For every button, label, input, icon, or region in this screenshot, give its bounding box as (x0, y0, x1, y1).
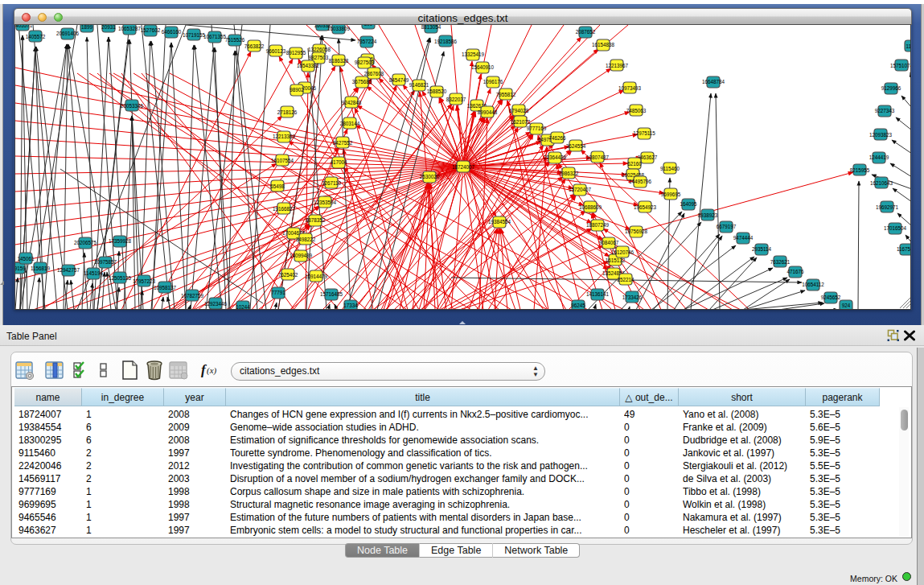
svg-text:252214: 252214 (617, 277, 634, 282)
svg-text:15716485: 15716485 (320, 291, 343, 297)
svg-text:12505135: 12505135 (109, 275, 132, 281)
svg-text:3498222: 3498222 (296, 237, 316, 242)
svg-text:(x): (x) (207, 365, 217, 376)
svg-text:3624554: 3624554 (566, 143, 586, 149)
svg-text:10975857: 10975857 (94, 259, 117, 265)
svg-text:9827503: 9827503 (309, 55, 329, 60)
svg-text:20691406: 20691406 (56, 31, 80, 36)
svg-text:6794028: 6794028 (509, 108, 529, 113)
svg-text:7955812: 7955812 (496, 92, 516, 97)
svg-text:924: 924 (842, 303, 851, 308)
svg-text:9474444: 9474444 (733, 235, 754, 241)
svg-text:12923446: 12923446 (204, 301, 228, 307)
svg-text:12213967: 12213967 (606, 63, 629, 68)
svg-text:12975115: 12975115 (633, 130, 655, 136)
svg-text:8454749: 8454749 (389, 77, 409, 83)
svg-text:39159: 39159 (15, 266, 26, 271)
svg-text:8938923: 8938923 (698, 212, 718, 218)
svg-text:10654112: 10654112 (802, 282, 824, 287)
svg-text:8813054: 8813054 (421, 25, 441, 30)
svg-text:15720407: 15720407 (569, 187, 592, 192)
svg-text:14136141: 14136141 (586, 291, 610, 297)
svg-text:16033809: 16033809 (327, 26, 351, 31)
svg-text:471676: 471676 (786, 269, 804, 274)
svg-text:8912955: 8912955 (286, 50, 306, 56)
svg-text:20364436: 20364436 (544, 154, 567, 160)
svg-text:1096176: 1096176 (483, 79, 503, 84)
svg-text:15751074: 15751074 (890, 63, 911, 68)
svg-text:1527602: 1527602 (141, 27, 161, 33)
svg-text:10244: 10244 (236, 304, 250, 310)
svg-text:2087652: 2087652 (576, 29, 596, 35)
svg-text:10807487: 10807487 (586, 154, 610, 160)
svg-text:10653287: 10653287 (118, 26, 142, 31)
svg-text:16782759: 16782759 (181, 293, 204, 299)
svg-text:8215955: 8215955 (850, 167, 870, 173)
svg-text:1244419: 1244419 (869, 154, 889, 160)
svg-text:746266: 746266 (548, 135, 566, 141)
svg-text:2867608: 2867608 (364, 71, 384, 76)
svg-text:19166827: 19166827 (273, 206, 296, 212)
svg-text:1145194: 1145194 (84, 270, 104, 276)
svg-text:8990448: 8990448 (478, 109, 498, 115)
svg-text:16120746: 16120746 (611, 249, 634, 255)
svg-text:12942757: 12942757 (57, 267, 80, 273)
svg-text:19654923: 19654923 (634, 204, 657, 210)
svg-text:15640910: 15640910 (471, 64, 495, 70)
svg-text:12353594: 12353594 (314, 200, 337, 205)
svg-text:62160: 62160 (627, 161, 642, 167)
svg-text:7625402: 7625402 (278, 272, 298, 278)
svg-text:16107554: 16107554 (271, 158, 294, 163)
svg-text:20931: 20931 (101, 25, 116, 30)
svg-text:1112: 1112 (906, 43, 911, 49)
svg-text:6466160: 6466160 (162, 29, 182, 35)
svg-text:9699695: 9699695 (661, 192, 681, 197)
svg-text:17016504: 17016504 (884, 225, 907, 231)
svg-text:20206575: 20206575 (74, 240, 97, 245)
svg-text:3675685: 3675685 (352, 79, 372, 84)
svg-text:9245652: 9245652 (821, 295, 841, 300)
svg-text:17957223: 17957223 (133, 278, 156, 284)
svg-text:12093823: 12093823 (869, 132, 893, 138)
svg-text:145061: 145061 (17, 256, 35, 262)
svg-text:10671355: 10671355 (203, 34, 227, 39)
svg-text:9777169: 9777169 (527, 126, 547, 131)
svg-text:18724007: 18724007 (452, 164, 475, 170)
svg-text:98902: 98902 (290, 87, 304, 93)
svg-text:7485063: 7485063 (626, 108, 647, 113)
svg-text:7515526: 7515526 (225, 37, 245, 43)
svg-text:8186328: 8186328 (329, 58, 349, 64)
svg-text:9242848: 9242848 (342, 100, 362, 105)
svg-text:164095: 164095 (680, 201, 697, 207)
svg-text:9084067: 9084067 (599, 240, 619, 245)
svg-text:8322037: 8322037 (446, 97, 466, 102)
svg-text:809: 809 (364, 25, 373, 27)
svg-text:17359928: 17359928 (109, 238, 132, 244)
svg-text:16648784: 16648784 (702, 79, 725, 84)
svg-text:9146821: 9146821 (409, 82, 429, 88)
svg-text:16543382: 16543382 (297, 63, 320, 68)
svg-text:3267110: 3267110 (322, 180, 342, 186)
svg-text:9227343: 9227343 (875, 108, 895, 113)
svg-text:19384554: 19384554 (488, 219, 511, 225)
svg-text:20053346: 20053346 (121, 103, 144, 109)
svg-text:19218586: 19218586 (434, 39, 458, 44)
svg-text:417004: 417004 (330, 159, 347, 165)
svg-text:16914479: 16914479 (305, 274, 328, 279)
svg-text:1405571: 1405571 (15, 25, 33, 28)
svg-text:65498: 65498 (270, 183, 285, 189)
svg-text:1615132: 1615132 (606, 257, 626, 263)
svg-text:7632621: 7632621 (770, 259, 791, 265)
svg-text:7663822: 7663822 (244, 43, 265, 49)
svg-text:9660123: 9660123 (266, 48, 286, 54)
svg-text:2935114: 2935114 (752, 246, 772, 252)
svg-text:1156819: 1156819 (31, 266, 51, 271)
svg-text:12213369: 12213369 (273, 134, 296, 139)
svg-text:8427552: 8427552 (333, 140, 353, 146)
svg-text:2530020: 2530020 (420, 174, 440, 179)
svg-text:10688609: 10688609 (579, 204, 602, 210)
svg-text:1167533: 1167533 (897, 246, 911, 252)
svg-text:16154838: 16154838 (592, 42, 615, 47)
svg-text:19756928: 19756928 (625, 229, 648, 234)
svg-text:1588520: 1588520 (427, 89, 447, 94)
